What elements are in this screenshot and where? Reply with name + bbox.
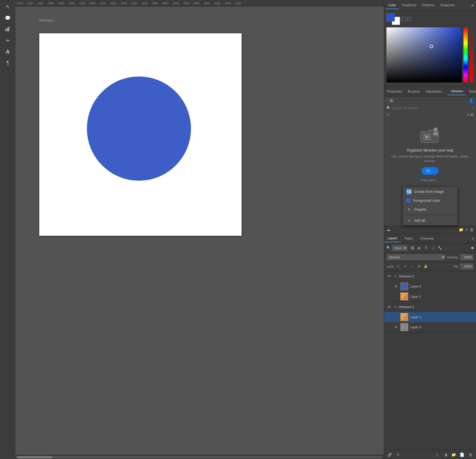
ruler-tick: 3200	[131, 2, 142, 5]
cloud-sync-icon[interactable]: ☁	[386, 227, 390, 232]
tab-paths[interactable]: Paths	[401, 235, 416, 242]
lib-person-icon[interactable]: 👤	[469, 98, 474, 103]
artboard2-eye-icon[interactable]: 👁	[386, 274, 391, 279]
layer1a-row[interactable]: Layer 1	[384, 291, 476, 302]
chart-tool[interactable]	[2, 24, 13, 35]
lib-create-button[interactable]: Cr…	[422, 167, 439, 175]
circle-shape	[87, 76, 191, 181]
comment-tool[interactable]: 💬	[2, 13, 13, 23]
new-layer-icon[interactable]: 📄	[459, 451, 465, 458]
tab-adjustments[interactable]: Adjustmen…	[423, 88, 448, 95]
add-layer-mask-icon[interactable]: ◻	[434, 451, 440, 458]
lock-transform-icon[interactable]: ⇄	[416, 263, 422, 269]
alpha-slider[interactable]	[469, 27, 474, 82]
filter-icon[interactable]: ▽	[386, 113, 389, 117]
lib-add-icon[interactable]: +	[465, 227, 468, 232]
layers-menu-icon[interactable]: ≡	[470, 235, 476, 242]
lock-pixels-icon[interactable]: ⬡	[395, 263, 401, 269]
layer1b-eye-icon[interactable]	[394, 315, 398, 319]
color-panel-tabs: Color Gradients Patterns Swatches ≡	[384, 0, 476, 11]
opacity-label: Opacity:	[447, 255, 459, 259]
layers-list[interactable]: 👁 ▾ Artboard 2 👁 Layer 4	[384, 271, 476, 450]
lock-artboard-icon[interactable]: ↔	[409, 263, 415, 269]
artboard2-row[interactable]: 👁 ▾ Artboard 2	[384, 271, 476, 281]
horizontal-scrollbar[interactable]	[17, 456, 383, 458]
fill-input[interactable]	[460, 263, 474, 270]
new-group-icon[interactable]: 📁	[450, 451, 457, 458]
opacity-input[interactable]	[460, 254, 474, 260]
foreground-color-item[interactable]: Foreground color	[403, 196, 457, 205]
layer4-eye-icon[interactable]: 👁	[394, 284, 398, 289]
artboard2-expand-icon[interactable]: ▾	[393, 274, 397, 278]
smart-filter-icon[interactable]: 🔧	[437, 245, 443, 251]
lib-back-chevron[interactable]: ‹	[386, 99, 388, 103]
add-all-item[interactable]: + Add all	[403, 216, 457, 225]
type-tool[interactable]: A	[2, 46, 13, 57]
blend-mode-select[interactable]: Normal	[386, 254, 446, 260]
layers-lock-row: Lock: ⬡ ✏ ↔ ⇄ 🔒 Fill:	[384, 262, 476, 271]
create-from-image-item[interactable]: Ca Create from image	[403, 187, 457, 196]
ruler-tick: 2400	[48, 2, 58, 5]
tab-gradients[interactable]: Gradients	[399, 1, 419, 9]
tab-layers[interactable]: Layers	[384, 235, 401, 242]
layers-kind-select[interactable]: Kind	[392, 245, 408, 251]
hue-slider[interactable]	[464, 27, 468, 82]
layer1b-row[interactable]: Layer 1	[384, 312, 476, 322]
lib-auto-gen-link[interactable]: Auto-gene…	[421, 178, 439, 182]
panel-menu-icon[interactable]: ≡	[470, 2, 475, 9]
lib-folder-icon[interactable]: 📁	[459, 227, 464, 232]
tab-patterns[interactable]: Patterns	[419, 1, 437, 9]
hue-slider-thumb[interactable]	[463, 51, 468, 52]
scrollbar-thumb[interactable]	[17, 456, 52, 458]
layer1a-eye-icon[interactable]	[394, 294, 398, 299]
tab-swatches[interactable]: Swatches	[437, 1, 458, 9]
move-tool[interactable]: ↖	[2, 1, 13, 12]
graphic-item[interactable]: ✎ Graphic	[403, 205, 457, 214]
tab-navigator[interactable]: Navigator	[466, 88, 476, 95]
layer0-name: Layer 0	[410, 325, 474, 329]
shape-filter-icon[interactable]: ⬡	[430, 245, 436, 251]
color-saturation-box[interactable]	[386, 27, 462, 82]
delete-layer-icon[interactable]: 🗑	[467, 451, 474, 458]
lib-illustration	[418, 124, 442, 145]
swap-colors-icon[interactable]	[407, 17, 411, 21]
fx-icon[interactable]: fx	[395, 451, 401, 458]
tab-channels[interactable]: Channels	[416, 235, 437, 242]
adjustment-layer-icon[interactable]: ◑	[442, 451, 449, 458]
list-view-icon[interactable]: ≡	[467, 113, 469, 117]
search-libraries-input[interactable]	[392, 106, 471, 110]
canvas-viewport[interactable]: Artboard 2	[15, 7, 384, 455]
pen-tool[interactable]: ✏	[2, 35, 13, 46]
lock-position-icon[interactable]: ✏	[402, 263, 408, 269]
lock-all-icon[interactable]: 🔒	[423, 263, 429, 269]
grid-view-icon[interactable]: ⊞	[470, 113, 474, 117]
layer1a-thumb	[400, 293, 408, 300]
artboard1-row[interactable]: 👁 ▾ Artboard 1	[384, 302, 476, 312]
tab-libraries[interactable]: Libraries	[447, 88, 466, 95]
layer0-row[interactable]: 👁 Layer 0	[384, 322, 476, 332]
layer0-eye-icon[interactable]: 👁	[394, 325, 398, 330]
lock-icons: ⬡ ✏ ↔ ⇄ 🔒	[395, 263, 429, 269]
foreground-swatch[interactable]	[386, 13, 395, 21]
artboard2-name: Artboard 2	[399, 274, 474, 278]
layer4-row[interactable]: 👁 Layer 4	[384, 281, 476, 291]
svg-rect-2	[8, 27, 9, 31]
ruler-tick: 3900	[204, 2, 214, 5]
tab-color[interactable]: Color	[385, 1, 399, 9]
type-filter-icon[interactable]: T	[423, 245, 429, 251]
left-toolbar: ↖ 💬 ✏ A ¶	[0, 0, 15, 459]
adjustment-filter-icon[interactable]: ◐	[416, 245, 422, 251]
default-colors-icon[interactable]	[402, 17, 406, 21]
tab-properties[interactable]: Properties	[384, 88, 405, 95]
tab-brushes[interactable]: Brushes	[405, 88, 423, 95]
artboard1-eye-icon[interactable]: 👁	[386, 305, 391, 309]
pixel-filter-icon[interactable]: 🖼	[409, 245, 415, 251]
artboard1-expand-icon[interactable]: ▾	[393, 305, 397, 309]
paragraph-tool[interactable]: ¶	[2, 58, 13, 68]
create-from-image-label: Create from image	[414, 190, 444, 194]
color-picker-cursor[interactable]	[430, 45, 433, 48]
search-chevron-icon[interactable]: ›	[472, 106, 474, 110]
lib-trash-icon[interactable]: 🗑	[470, 227, 474, 232]
fill-label: Fill:	[454, 265, 459, 268]
link-icon[interactable]: 🔗	[386, 451, 393, 458]
